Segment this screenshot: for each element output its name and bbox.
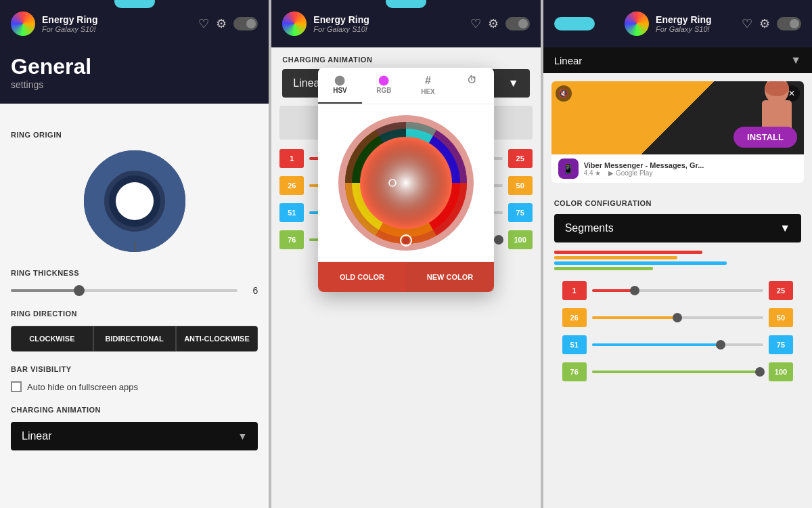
header-icons-2: ♡ ⚙	[470, 16, 530, 31]
p3-seg-label-3: 51	[562, 335, 587, 354]
cp-tab-rgb-label: RGB	[376, 87, 391, 94]
cp-tab-history[interactable]: ⏱	[450, 68, 494, 104]
panel2-header: Energy Ring For Galaxy S10! ♡ ⚙	[271, 0, 540, 47]
panel3-dropdown-bar[interactable]: Linear ▼	[543, 47, 812, 73]
general-title: General	[11, 54, 258, 79]
thickness-slider[interactable]	[11, 289, 238, 292]
seg-value-1: 25	[508, 149, 533, 168]
hsv-icon: ⬤	[322, 75, 358, 85]
color-actions: OLD COLOR NEW COLOR	[318, 261, 494, 292]
color-config-section: COLOR CONFIGURATION Segments ▼ 1	[543, 191, 812, 394]
thickness-slider-fill	[11, 289, 79, 292]
ring-origin-label: RING ORIGIN	[11, 131, 258, 139]
ad-image-area: 🔇 ✕ INSTALL	[551, 81, 804, 154]
panel3-header: Energy Ring For Galaxy S10! ♡ ⚙ Linear ▼	[543, 0, 812, 73]
color-picker-overlay: ⬤ HSV ⬤ RGB # HEX ⏱	[318, 68, 494, 292]
segments-dropdown[interactable]: Segments ▼	[554, 214, 801, 242]
panel3-header-top: Energy Ring For Galaxy S10! ♡ ⚙	[543, 0, 812, 47]
ad-mute-button[interactable]: 🔇	[556, 85, 572, 102]
camera-icon-2[interactable]: ⚙	[488, 16, 499, 31]
ring-visual[interactable]	[81, 147, 189, 255]
heart-icon[interactable]: ♡	[198, 16, 209, 31]
thickness-row: 6	[11, 285, 258, 296]
p3-seg-slider-1[interactable]	[592, 289, 763, 292]
camera-icon[interactable]: ⚙	[216, 16, 227, 31]
cp-tab-hsv-label: HSV	[333, 87, 347, 94]
ring-direction-label: RING DIRECTION	[11, 310, 258, 318]
cp-tab-rgb[interactable]: ⬤ RGB	[362, 68, 406, 104]
panel1-header: Energy Ring For Galaxy S10! ♡ ⚙	[0, 0, 269, 47]
charging-animation-value: Linear	[22, 430, 51, 442]
header-left-2: Energy Ring For Galaxy S10!	[282, 12, 369, 36]
bidirectional-button[interactable]: BIDIRECTIONAL	[93, 326, 176, 352]
clockwise-button[interactable]: CLOCKWISE	[11, 326, 93, 352]
panel3-content: 🔇 ✕ INSTALL 📱 Viber Messenger - Messages…	[543, 73, 812, 508]
thickness-slider-thumb[interactable]	[74, 285, 85, 296]
svg-point-3	[116, 182, 154, 220]
color-picker-tabs: ⬤ HSV ⬤ RGB # HEX ⏱	[318, 68, 494, 104]
top-notch-decoration-3	[554, 17, 595, 30]
seg-value-2: 50	[508, 176, 533, 195]
header-left: Energy Ring For Galaxy S10!	[11, 12, 97, 36]
auto-hide-checkbox[interactable]	[11, 381, 22, 392]
toggle-switch-3[interactable]	[777, 17, 801, 30]
color-bar-2	[554, 256, 678, 259]
top-notch-decoration-2	[386, 0, 426, 8]
seg-label-3: 51	[279, 203, 304, 222]
color-bar-3	[554, 261, 727, 265]
seg-label-2: 26	[279, 176, 304, 195]
toggle-switch-2[interactable]	[505, 17, 530, 30]
color-bar-1	[554, 251, 702, 254]
app-subtitle: For Galaxy S10!	[42, 25, 97, 33]
ad-bottom-info: 📱 Viber Messenger - Messages, Gr... 4.4 …	[551, 154, 804, 183]
app-icon-2	[282, 12, 307, 36]
app-title-2: Energy Ring	[313, 14, 369, 26]
new-color-button[interactable]: NEW COLOR	[406, 262, 494, 292]
ad-app-rating: 4.4 ★ ▶ Google Play	[584, 169, 797, 177]
old-color-button[interactable]: OLD COLOR	[318, 262, 406, 292]
p3-seg-slider-2[interactable]	[592, 316, 763, 319]
cp-tab-hex[interactable]: # HEX	[406, 68, 450, 104]
ring-origin-container	[11, 147, 258, 255]
header-app-info: Energy Ring For Galaxy S10!	[42, 14, 97, 34]
seg-slider-thumb-4[interactable]	[494, 235, 503, 245]
p3-segment-row-2: 26 50	[554, 304, 801, 331]
header-icons: ♡ ⚙	[198, 16, 258, 31]
panel-3: Energy Ring For Galaxy S10! ♡ ⚙ Linear ▼…	[543, 0, 812, 508]
header-icons-3: ♡ ⚙	[742, 16, 801, 31]
bar-visibility-row: Auto hide on fullscreen apps	[11, 381, 258, 392]
rgb-icon: ⬤	[366, 75, 402, 85]
app-subtitle-2: For Galaxy S10!	[313, 25, 369, 33]
p3-seg-slider-4[interactable]	[592, 371, 763, 373]
header-left-3: Energy Ring For Galaxy S10!	[625, 12, 711, 36]
direction-buttons: CLOCKWISE BIDIRECTIONAL ANTI-CLOCKWISE	[11, 326, 258, 352]
charging-animation-dropdown[interactable]: Linear ▼	[11, 422, 258, 450]
segments-dropdown-value: Segments	[565, 222, 614, 234]
color-wheel-container[interactable]	[318, 104, 494, 261]
app-icon	[11, 12, 35, 36]
p3-seg-value-4: 100	[769, 362, 793, 381]
ad-app-icon: 📱	[558, 158, 579, 179]
anti-clockwise-button[interactable]: ANTI-CLOCKWISE	[176, 326, 258, 352]
seg-value-4: 100	[508, 230, 533, 249]
app-title: Energy Ring	[42, 14, 97, 26]
ad-app-name: Viber Messenger - Messages, Gr...	[584, 161, 797, 169]
cp-tab-hsv[interactable]: ⬤ HSV	[318, 68, 362, 104]
svg-point-9	[360, 137, 452, 229]
p3-seg-label-4: 76	[562, 362, 587, 381]
p3-seg-slider-3[interactable]	[592, 343, 763, 346]
heart-icon-3[interactable]: ♡	[742, 16, 752, 31]
header-app-info-2: Energy Ring For Galaxy S10!	[313, 14, 369, 34]
ad-install-button[interactable]: INSTALL	[734, 127, 797, 148]
color-bars	[554, 251, 801, 270]
color-bar-4	[554, 267, 653, 270]
camera-icon-3[interactable]: ⚙	[759, 16, 770, 31]
app-icon-3	[625, 12, 649, 36]
p3-segment-row-1: 1 25	[554, 277, 801, 304]
heart-icon-2[interactable]: ♡	[470, 16, 481, 31]
p3-seg-label-1: 1	[562, 281, 587, 300]
seg-label-4: 76	[279, 230, 304, 249]
history-icon: ⏱	[454, 75, 490, 85]
p3-segment-row-3: 51 75	[554, 331, 801, 358]
toggle-switch[interactable]	[233, 17, 258, 30]
